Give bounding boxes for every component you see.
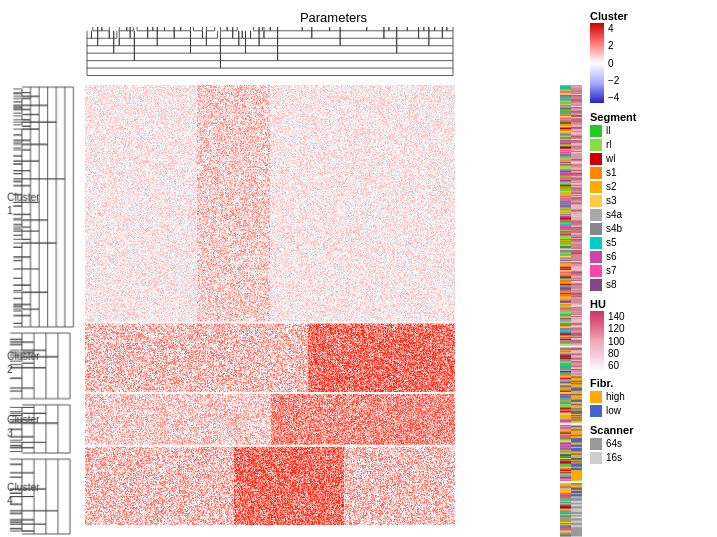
segment-item-rl: rl — [590, 138, 712, 152]
heatmap-canvas — [85, 85, 560, 537]
main-container: Parameters Cluster — [0, 0, 717, 537]
segment-item-s5: s5 — [590, 236, 712, 250]
segment-item-s1: s1 — [590, 166, 712, 180]
cluster-legend: Cluster 4 2 0 −2 −4 — [590, 10, 712, 107]
segment-legend: Segment llrlwls1s2s3s4as4bs5s6s7s8 — [590, 111, 712, 292]
scanner-item-64s: 64s — [590, 437, 712, 451]
cluster-label-2: 2 — [608, 40, 619, 51]
hu-gradient — [590, 311, 604, 371]
segment-items: llrlwls1s2s3s4as4bs5s6s7s8 — [590, 124, 712, 292]
segment-legend-title: Segment — [590, 111, 712, 123]
hu-label-80: 80 — [608, 348, 625, 359]
hu-label-100: 100 — [608, 336, 625, 347]
scanner-item-16s: 16s — [590, 451, 712, 465]
segment-item-s7: s7 — [590, 264, 712, 278]
cluster-label-neg2: −2 — [608, 75, 619, 86]
cluster-gradient-bar — [590, 23, 604, 103]
segment-item-s4a: s4a — [590, 208, 712, 222]
fibr-legend-title: Fibr. — [590, 377, 712, 389]
segment-item-s2: s2 — [590, 180, 712, 194]
scanner-items: 64s16s — [590, 437, 712, 465]
cluster-label-0: 0 — [608, 58, 619, 69]
color-bars — [560, 85, 582, 537]
heatmap-area: Parameters — [5, 10, 582, 527]
segment-item-ll: ll — [590, 124, 712, 138]
segment-item-s6: s6 — [590, 250, 712, 264]
fibr-items: highlow — [590, 390, 712, 418]
segment-item-s3: s3 — [590, 194, 712, 208]
hu-label-140: 140 — [608, 311, 625, 322]
hu-legend: HU 140 120 100 80 60 — [590, 298, 712, 371]
segment-item-s8: s8 — [590, 278, 712, 292]
fibr-item-low: low — [590, 404, 712, 418]
cluster-label-4: 4 — [608, 23, 619, 34]
scanner-legend-title: Scanner — [590, 424, 712, 436]
segment-item-s4b: s4b — [590, 222, 712, 236]
hu-label-120: 120 — [608, 323, 625, 334]
legend-area: Cluster 4 2 0 −2 −4 Segment llrlwls1s2s3… — [582, 10, 712, 527]
scanner-legend: Scanner 64s16s — [590, 424, 712, 465]
top-dendrogram — [85, 27, 577, 85]
heatmap-row — [5, 85, 582, 537]
fibr-item-high: high — [590, 390, 712, 404]
cluster-legend-title: Cluster — [590, 10, 712, 22]
page-title: Parameters — [85, 10, 582, 25]
segment-item-wl: wl — [590, 152, 712, 166]
fibr-legend: Fibr. highlow — [590, 377, 712, 418]
hu-legend-title: HU — [590, 298, 712, 310]
left-dendrogram — [5, 85, 85, 537]
cluster-label-neg4: −4 — [608, 92, 619, 103]
hu-label-60: 60 — [608, 360, 625, 371]
